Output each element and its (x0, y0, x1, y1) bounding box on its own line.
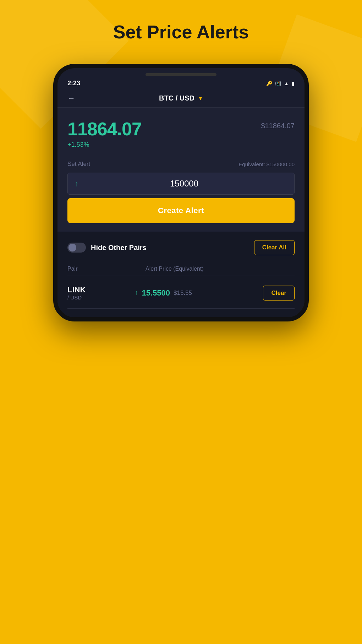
hide-pairs-label: Hide Other Pairs (91, 244, 147, 252)
alert-section: Set Alert Equivalent: $150000.00 ↑ Creat… (57, 157, 305, 232)
price-change: +1.53% (67, 141, 89, 148)
col-alert-price-header: Alert Price (Equivalent) (142, 266, 295, 272)
clear-all-button[interactable]: Clear All (254, 240, 295, 255)
alerts-list-section: Hide Other Pairs Clear All Pair Alert Pr… (57, 232, 305, 317)
alert-pair-name: LINK / USD (67, 285, 131, 301)
alert-item: LINK / USD ↑ 15.5500 $15.55 Clear (67, 277, 295, 309)
status-time: 2:23 (67, 80, 80, 87)
set-alert-label: Set Alert (67, 161, 90, 168)
pair-quote: / USD (67, 294, 131, 301)
main-price: 11864.07 (67, 118, 142, 140)
alerts-list-header: Hide Other Pairs Clear All (67, 240, 295, 255)
alert-row: Set Alert Equivalent: $150000.00 (67, 161, 295, 168)
alert-price-col: ↑ 15.5500 $15.55 (131, 288, 263, 298)
hide-pairs-toggle[interactable] (67, 243, 86, 253)
status-icons: 🔑 📳 ▲ ▮ (266, 81, 295, 86)
input-up-arrow-icon: ↑ (75, 180, 78, 188)
create-alert-button[interactable]: Create Alert (67, 198, 295, 223)
toggle-knob (68, 244, 76, 251)
phone-notch (146, 73, 216, 76)
status-bar: 2:23 🔑 📳 ▲ ▮ (57, 76, 305, 89)
col-pair-header: Pair (67, 266, 142, 272)
app-header: ← BTC / USD ▼ (57, 89, 305, 108)
alert-input-wrapper[interactable]: ↑ (67, 173, 295, 195)
pair-label: BTC / USD (159, 94, 194, 102)
pair-selector[interactable]: BTC / USD ▼ (159, 94, 203, 102)
price-area: 11864.07 +1.53% $11864.07 (57, 108, 305, 157)
alert-price-usd: $15.55 (174, 289, 192, 297)
price-left: 11864.07 +1.53% (67, 118, 142, 148)
dropdown-arrow-icon: ▼ (198, 96, 203, 101)
battery-icon: ▮ (292, 81, 295, 86)
clear-alert-button[interactable]: Clear (263, 286, 295, 301)
equivalent-label: Equivalent: $150000.00 (238, 161, 295, 167)
alert-direction-icon: ↑ (135, 289, 138, 297)
key-icon: 🔑 (266, 81, 272, 86)
back-button[interactable]: ← (67, 94, 75, 103)
wifi-icon: ▲ (284, 81, 289, 86)
pair-base: LINK (67, 285, 131, 294)
alert-price-value: 15.5500 (142, 288, 170, 298)
phone-shell: 2:23 🔑 📳 ▲ ▮ ← BTC / USD ▼ 11864.07 +1.5… (53, 64, 309, 321)
alert-price-input[interactable] (81, 179, 287, 189)
alerts-table-header: Pair Alert Price (Equivalent) (67, 262, 295, 276)
vibrate-icon: 📳 (275, 81, 281, 86)
price-usd-equivalent: $11864.07 (261, 122, 295, 130)
hide-pairs-row: Hide Other Pairs (67, 243, 147, 253)
page-title: Set Price Alerts (113, 21, 249, 43)
